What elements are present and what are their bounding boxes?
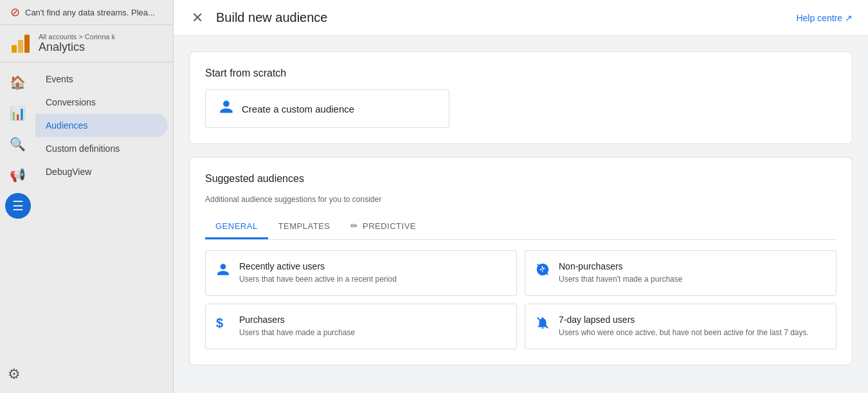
modal-area: ✕ Build new audience Help centre ↗ Start… — [174, 0, 868, 393]
audience-tabs: GENERAL TEMPLATES ✏ PREDICTIVE — [205, 214, 836, 240]
7-day-lapsed-users-title: 7-day lapsed users — [559, 315, 809, 325]
audience-card-7-day-lapsed-users[interactable]: 7-day lapsed users Users who were once a… — [525, 304, 836, 349]
sidebar-item-audiences[interactable]: Audiences — [35, 114, 168, 137]
error-text: Can't find any data streams. Plea... — [25, 8, 155, 17]
gear-icon[interactable]: ⚙ — [8, 366, 21, 383]
sidebar: ⊘ Can't find any data streams. Plea... A… — [0, 0, 174, 393]
sidebar-header: All accounts > Corinna k Analytics — [0, 25, 173, 62]
error-bar: ⊘ Can't find any data streams. Plea... — [0, 0, 173, 25]
purchasers-icon: $ — [216, 316, 231, 331]
svg-rect-1 — [18, 40, 23, 53]
nav-icon-advertising[interactable]: 📢 — [5, 162, 31, 188]
purchasers-title: Purchasers — [239, 315, 355, 325]
purchasers-desc: Users that have made a purchase — [239, 327, 355, 338]
create-custom-audience-label: Create a custom audience — [242, 104, 354, 114]
external-link-icon: ↗ — [845, 13, 853, 23]
suggested-audiences-card: Suggested audiences Additional audience … — [189, 157, 853, 365]
close-button[interactable]: ✕ — [189, 7, 206, 29]
7-day-lapsed-icon — [536, 316, 551, 333]
tab-templates-label: TEMPLATES — [278, 221, 330, 231]
nav-icon-reports[interactable]: 📊 — [5, 100, 31, 126]
start-from-scratch-title: Start from scratch — [205, 68, 836, 79]
error-icon: ⊘ — [10, 5, 20, 19]
svg-rect-2 — [24, 35, 30, 53]
start-from-scratch-card: Start from scratch Create a custom audie… — [189, 51, 853, 144]
sidebar-title: Analytics — [39, 41, 115, 54]
7-day-lapsed-users-desc: Users who were once active, but have not… — [559, 327, 809, 338]
modal-topbar: ✕ Build new audience Help centre ↗ — [174, 0, 868, 36]
audience-card-purchasers[interactable]: $ Purchasers Users that have made a purc… — [205, 304, 517, 349]
analytics-logo — [10, 33, 31, 54]
nav-icon-explore[interactable]: 🔍 — [5, 131, 31, 157]
breadcrumb: All accounts > Corinna k — [39, 33, 115, 41]
sidebar-item-debugview[interactable]: DebugView — [35, 160, 168, 183]
suggested-audiences-title: Suggested audiences — [205, 173, 836, 185]
help-centre-link[interactable]: Help centre ↗ — [796, 13, 853, 23]
svg-rect-0 — [12, 45, 17, 53]
audience-cards-grid: Recently active users Users that have be… — [205, 250, 836, 349]
non-purchasers-title: Non-purchasers — [559, 261, 682, 271]
nav-icon-home[interactable]: 🏠 — [5, 69, 31, 95]
modal-content: Start from scratch Create a custom audie… — [174, 36, 868, 393]
help-centre-label: Help centre — [796, 13, 842, 23]
non-purchasers-desc: Users that haven't made a purchase — [559, 274, 682, 285]
sidebar-item-events[interactable]: Events — [35, 68, 168, 91]
audience-card-non-purchasers[interactable]: Non-purchasers Users that haven't made a… — [525, 250, 836, 296]
sidebar-item-custom-definitions[interactable]: Custom definitions — [35, 137, 168, 160]
recently-active-users-desc: Users that have been active in a recent … — [239, 274, 397, 285]
audience-card-recently-active-users[interactable]: Recently active users Users that have be… — [205, 250, 517, 296]
nav-icons: 🏠 📊 🔍 📢 ☰ — [0, 64, 35, 219]
pencil-icon: ✏ — [350, 221, 359, 231]
tab-predictive-label: PREDICTIVE — [363, 221, 416, 231]
person-icon — [219, 99, 234, 118]
create-custom-audience-button[interactable]: Create a custom audience — [205, 89, 449, 128]
tab-general[interactable]: GENERAL — [205, 214, 268, 239]
recently-active-users-title: Recently active users — [239, 261, 397, 271]
sidebar-menu: Events Conversions Audiences Custom defi… — [35, 68, 173, 183]
modal-title: Build new audience — [216, 10, 786, 25]
non-purchasers-icon — [536, 262, 551, 280]
tab-general-label: GENERAL — [215, 221, 258, 231]
recently-active-users-icon — [216, 262, 231, 280]
tab-templates[interactable]: TEMPLATES — [268, 214, 341, 239]
suggested-audiences-subtitle: Additional audience suggestions for you … — [205, 195, 836, 204]
nav-icon-audiences[interactable]: ☰ — [5, 193, 31, 219]
tab-predictive[interactable]: ✏ PREDICTIVE — [340, 214, 426, 239]
sidebar-item-conversions[interactable]: Conversions — [35, 91, 168, 114]
